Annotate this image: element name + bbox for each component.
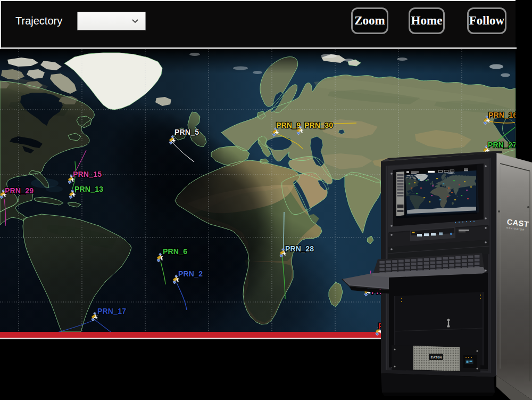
svg-text:PRN_16: PRN_16 — [488, 111, 516, 119]
svg-text:PRN_27: PRN_27 — [488, 141, 516, 149]
svg-text:PRN_29: PRN_29 — [5, 186, 34, 195]
svg-text:PRN_6: PRN_6 — [163, 247, 187, 256]
svg-text:PRN_17: PRN_17 — [97, 307, 126, 315]
svg-text:PRN_15: PRN_15 — [73, 170, 102, 178]
svg-text:PRN_5: PRN_5 — [174, 128, 199, 136]
svg-text:EAT0N: EAT0N — [431, 355, 443, 359]
svg-text:PRN_30: PRN_30 — [304, 121, 333, 129]
svg-text:PRN_13: PRN_13 — [74, 185, 103, 193]
svg-text:PRN_9: PRN_9 — [276, 121, 301, 129]
svg-text:PRN_2: PRN_2 — [178, 270, 203, 278]
svg-text:PRN_28: PRN_28 — [285, 244, 314, 253]
